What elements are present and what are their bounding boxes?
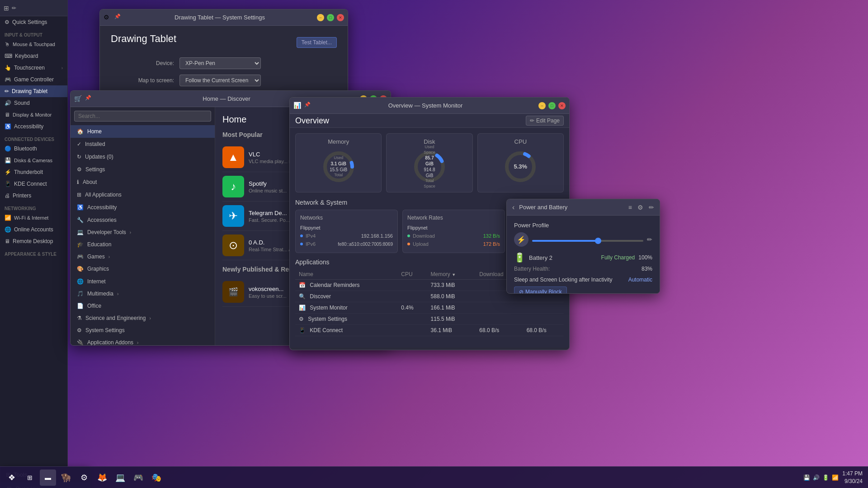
sidebar-item-accessibility-settings[interactable]: ♿ Accessibility bbox=[0, 121, 67, 132]
power-profile-edit-btn[interactable]: ✏ bbox=[647, 236, 652, 243]
col-memory[interactable]: Memory ▼ bbox=[427, 269, 476, 280]
kde-icon: ⊞ bbox=[4, 5, 9, 12]
discover-nav-internet[interactable]: 🌐 Internet bbox=[71, 275, 215, 288]
power-profile-slider[interactable] bbox=[532, 240, 643, 242]
discover-nav-education[interactable]: 🎓 Education bbox=[71, 238, 215, 251]
discover-nav-games[interactable]: 🎮 Games › bbox=[71, 251, 215, 263]
app-download-syssettings bbox=[476, 314, 523, 325]
col-memory-label: Memory bbox=[431, 271, 450, 277]
discover-nav-home[interactable]: 🏠 Home bbox=[71, 125, 215, 138]
settings-window-icon: ⚙ bbox=[104, 14, 112, 22]
wifi-icon: 📶 bbox=[5, 215, 11, 221]
taskbar-app1[interactable]: 🎮 bbox=[130, 469, 146, 486]
sidebar-item-quick-settings[interactable]: ⚙ Quick Settings bbox=[0, 16, 67, 28]
monitor-maximize-btn[interactable]: □ bbox=[548, 102, 556, 109]
taskbar-start-btn[interactable]: ❖ bbox=[4, 469, 20, 486]
discover-nav-office[interactable]: 📄 Office bbox=[71, 300, 215, 312]
app-memory-kdeconnect: 36.1 MiB bbox=[427, 325, 476, 336]
taskbar-pager[interactable]: ⊞ bbox=[22, 469, 38, 486]
discover-nav-graphics[interactable]: 🎨 Graphics bbox=[71, 263, 215, 275]
discover-nav-devtools[interactable]: 💻 Developer Tools › bbox=[71, 226, 215, 238]
sidebar-item-keyboard[interactable]: ⌨ Keyboard bbox=[0, 50, 67, 62]
device-select[interactable]: XP-Pen Pen bbox=[179, 57, 261, 69]
taskbar-terminal[interactable]: 💻 bbox=[112, 469, 128, 486]
touchscreen-icon: 👆 bbox=[5, 65, 11, 71]
app-row-syssettings[interactable]: ⚙ System Settings 115.5 MiB bbox=[295, 314, 564, 325]
sidebar-item-kdeconnect[interactable]: 📱 KDE Connect bbox=[0, 178, 67, 190]
appaddons-chevron: › bbox=[137, 340, 138, 345]
sidebar-item-wifi[interactable]: 📶 Wi-Fi & Internet bbox=[0, 212, 67, 224]
map-select[interactable]: Follow the Current Screen bbox=[179, 75, 261, 86]
sidebar-item-drawingtablet[interactable]: ✏ Drawing Tablet bbox=[0, 85, 67, 97]
settings-close-btn[interactable]: ✕ bbox=[337, 14, 344, 21]
discover-nav-allapps[interactable]: ⊞ All Applications bbox=[71, 188, 215, 201]
discover-nav-accessories[interactable]: 🔧 Accessories bbox=[71, 214, 215, 226]
tray-hdd-icon[interactable]: 💾 bbox=[803, 474, 810, 481]
discover-nav-appaddons-label: Application Addons bbox=[87, 339, 133, 345]
taskbar-tray: 💾 🔊 🔋 📶 bbox=[803, 474, 839, 481]
sidebar-item-disks[interactable]: 💾 Disks & Cameras bbox=[0, 155, 67, 166]
app-row-sysmon[interactable]: 📊 System Monitor 0.4% 166.1 MiB bbox=[295, 302, 564, 314]
sidebar-item-bluetooth[interactable]: 🔵 Bluetooth bbox=[0, 143, 67, 155]
discover-nav-multimedia[interactable]: 🎵 Multimedia › bbox=[71, 288, 215, 300]
power-sleep-val[interactable]: Automatic bbox=[628, 277, 652, 283]
sidebar-item-touchscreen[interactable]: 👆 Touchscreen › bbox=[0, 62, 67, 74]
taskbar-app2[interactable]: 🎭 bbox=[148, 469, 165, 486]
power-tune-icon[interactable]: ⚙ bbox=[636, 203, 645, 212]
taskbar-dolphin[interactable]: 🦬 bbox=[58, 469, 74, 486]
taskbar-settings-btn[interactable]: ⚙ bbox=[76, 469, 92, 486]
discover-nav-syssettings[interactable]: ⚙ System Settings bbox=[71, 324, 215, 337]
taskbar-firefox[interactable]: 🦊 bbox=[94, 469, 110, 486]
settings-maximize-btn[interactable]: □ bbox=[327, 14, 334, 21]
discover-nav-installed[interactable]: ✓ Installed bbox=[71, 138, 215, 150]
app-memory-syssettings: 115.5 MiB bbox=[427, 314, 476, 325]
monitor-close-btn[interactable]: ✕ bbox=[558, 102, 566, 109]
discover-nav-office-label: Office bbox=[87, 303, 101, 309]
sidebar-item-sound[interactable]: 🔊 Sound bbox=[0, 97, 67, 109]
cpu-pct-val: 5.3% bbox=[514, 163, 527, 171]
disk-used-val: 85.7 GiB bbox=[420, 155, 439, 167]
disk-total-label: Total Space bbox=[420, 178, 439, 189]
sidebar-item-thunderbolt[interactable]: ⚡ Thunderbolt bbox=[0, 166, 67, 178]
bluetooth-icon: 🔵 bbox=[5, 145, 11, 152]
tray-battery-icon[interactable]: 🔋 bbox=[822, 474, 829, 481]
sidebar-label-printers: Printers bbox=[13, 192, 31, 199]
games-chevron: › bbox=[108, 254, 110, 259]
taskbar-clock[interactable]: 1:47 PM 9/30/24 bbox=[842, 470, 863, 485]
discover-search-container bbox=[71, 107, 215, 125]
power-menu-icon[interactable]: ≡ bbox=[627, 203, 634, 212]
ipv4-dot bbox=[300, 235, 303, 237]
test-tablet-btn[interactable]: Test Tablet... bbox=[297, 37, 337, 48]
discover-nav-accessories-label: Accessories bbox=[87, 217, 117, 223]
power-back-btn[interactable]: ‹ bbox=[510, 203, 516, 211]
col-cpu[interactable]: CPU bbox=[397, 269, 427, 280]
discover-nav-settings[interactable]: ⚙ Settings bbox=[71, 163, 215, 176]
taskbar-window-list[interactable]: ▬ bbox=[40, 469, 56, 486]
sidebar-item-gamecontroller[interactable]: 🎮 Game Controller bbox=[0, 74, 67, 85]
tray-network-icon[interactable]: 📶 bbox=[832, 474, 839, 481]
app-row-kdeconnect[interactable]: 📱 KDE Connect 36.1 MiB 68.0 B/s 68.0 B/s bbox=[295, 325, 564, 336]
monitor-minimize-btn[interactable]: – bbox=[538, 102, 546, 109]
accessibility-nav-icon: ♿ bbox=[77, 204, 84, 211]
app-name-kdeconnect-app: 📱 KDE Connect bbox=[295, 325, 397, 336]
power-edit-icon[interactable]: ✏ bbox=[647, 203, 656, 212]
discover-nav-appaddons[interactable]: 🔌 Application Addons › bbox=[71, 337, 215, 345]
app-name-discover: 🔍 Discover bbox=[295, 291, 397, 302]
sidebar-item-online-accounts[interactable]: 🌐 Online Accounts bbox=[0, 224, 67, 235]
sidebar-item-mouse[interactable]: 🖱 Mouse & Touchpad bbox=[0, 38, 67, 50]
discover-nav-updates[interactable]: ↻ Updates (0) bbox=[71, 150, 215, 163]
discover-search-input[interactable] bbox=[74, 111, 211, 122]
discover-nav-accessibility[interactable]: ♿ Accessibility bbox=[71, 201, 215, 214]
edit-page-btn[interactable]: ✏ Edit Page bbox=[526, 116, 564, 126]
sidebar-item-printers[interactable]: 🖨 Printers bbox=[0, 190, 67, 202]
sidebar-item-display[interactable]: 🖥 Display & Monitor bbox=[0, 109, 67, 121]
discover-nav-science[interactable]: ⚗ Science and Engineering › bbox=[71, 312, 215, 324]
sidebar-label-sound: Sound bbox=[14, 100, 30, 106]
syssettings-app-icon: ⚙ bbox=[299, 316, 304, 322]
monitor-titlebar: 📊 📌 Overview — System Monitor – □ ✕ bbox=[290, 98, 569, 114]
manually-block-btn[interactable]: ⊘ Manually Block bbox=[514, 286, 567, 293]
discover-nav-about[interactable]: ℹ About bbox=[71, 176, 215, 188]
settings-minimize-btn[interactable]: – bbox=[317, 14, 324, 21]
sidebar-item-remote-desktop[interactable]: 🖥 Remote Desktop bbox=[0, 235, 67, 247]
tray-audio-icon[interactable]: 🔊 bbox=[813, 474, 820, 481]
